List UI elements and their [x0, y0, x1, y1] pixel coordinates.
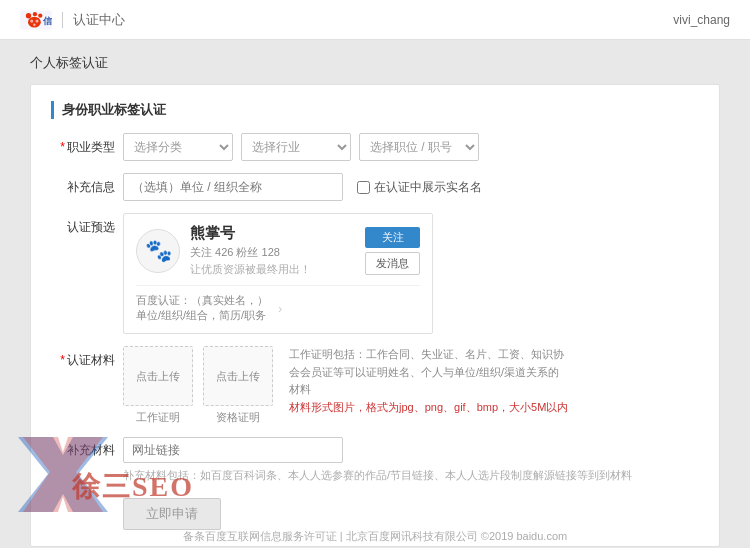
section-title: 身份职业标签认证 [51, 101, 699, 119]
job-type-label: 职业类型 [51, 139, 115, 156]
supp-material-label: 补充材料 [51, 437, 115, 459]
profile-info: 熊掌号 关注 426 粉丝 128 让优质资源被最终用出！ [190, 224, 357, 277]
upload-box-1: 点击上传 工作证明 [123, 346, 193, 425]
supp-content: 补充材料包括：如百度百科词条、本人人选参赛的作品/节目链接、本人人选片段制度解源… [123, 437, 699, 484]
header: 信 认证中心 vivi_chang [0, 0, 750, 40]
supp-tip: 补充材料包括：如百度百科词条、本人人选参赛的作品/节目链接、本人人选片段制度解源… [123, 467, 699, 484]
svg-text:信: 信 [42, 16, 52, 26]
extra-info-row: 补充信息 在认证中展示实名名 [51, 173, 699, 201]
select-category[interactable]: 选择分类 [123, 133, 233, 161]
cert-tip: 工作证明包括：工作合同、失业证、名片、工资、知识协会会员证等可以证明姓名、个人与… [289, 346, 569, 416]
job-type-selects: 选择分类 选择行业 选择职位 / 职号 [123, 133, 699, 161]
select-position[interactable]: 选择职位 / 职号 [359, 133, 479, 161]
profile-buttons: 关注 发消息 [365, 227, 420, 275]
upload-button-1[interactable]: 点击上传 [123, 346, 193, 406]
svg-point-2 [33, 12, 37, 16]
upload-box-2: 点击上传 资格证明 [203, 346, 273, 425]
chevron-right-icon: › [278, 301, 420, 316]
svg-point-3 [38, 13, 42, 17]
baidu-cert-row[interactable]: 百度认证：（真实姓名，）单位/组织/组合，简历/职务 › [136, 285, 420, 323]
follow-button[interactable]: 关注 [365, 227, 420, 248]
svg-point-6 [35, 19, 38, 22]
verify-preview-row: 认证预选 🐾 熊掌号 关注 426 粉丝 128 让优质资源被最终用出！ 关注 … [51, 213, 699, 334]
message-button[interactable]: 发消息 [365, 252, 420, 275]
job-type-row: 职业类型 选择分类 选择行业 选择职位 / 职号 [51, 133, 699, 161]
upload-text-2: 点击上传 [216, 369, 260, 384]
avatar: 🐾 [136, 229, 180, 273]
form-card: 身份职业标签认证 职业类型 选择分类 选择行业 选择职位 / 职号 补充信息 [30, 84, 720, 547]
svg-point-5 [30, 19, 33, 22]
footer: 备条百度互联网信息服务许可证 | 北京百度网讯科技有限公司 ©2019 baid… [0, 521, 750, 548]
profile-stats: 关注 426 粉丝 128 [190, 245, 357, 260]
extra-info-label: 补充信息 [51, 179, 115, 196]
svg-point-7 [33, 23, 36, 26]
footer-text: 备条百度互联网信息服务许可证 | 北京百度网讯科技有限公司 ©2019 baid… [183, 530, 567, 542]
baidu-logo: 信 [20, 9, 52, 31]
show-realname-checkbox[interactable] [357, 181, 370, 194]
profile-name: 熊掌号 [190, 224, 357, 243]
extra-info-input[interactable] [123, 173, 343, 201]
upload-button-2[interactable]: 点击上传 [203, 346, 273, 406]
breadcrumb: 个人标签认证 [30, 54, 720, 72]
upload-caption-2: 资格证明 [216, 410, 260, 425]
header-title: 认证中心 [73, 11, 125, 29]
header-divider [62, 12, 63, 28]
baidu-logo-icon: 信 [20, 9, 52, 31]
verify-preview-label: 认证预选 [51, 213, 115, 236]
profile-top: 🐾 熊掌号 关注 426 粉丝 128 让优质资源被最终用出！ 关注 发消息 [136, 224, 420, 277]
upload-text-1: 点击上传 [136, 369, 180, 384]
main-content: 个人标签认证 身份职业标签认证 职业类型 选择分类 选择行业 选择职位 / 职号… [0, 40, 750, 548]
baidu-cert-text: 百度认证：（真实姓名，）单位/组织/组合，简历/职务 [136, 293, 278, 323]
header-left: 信 认证中心 [20, 9, 125, 31]
svg-point-1 [26, 13, 31, 18]
profile-desc: 让优质资源被最终用出！ [190, 262, 357, 277]
upload-caption-1: 工作证明 [136, 410, 180, 425]
cert-material-row: 认证材料 点击上传 工作证明 点击上传 资格证明 工作证明包括：工作合同、失业证… [51, 346, 699, 425]
cert-tip-format: 材料形式图片，格式为jpg、png、gif、bmp，大小5M以内 [289, 401, 568, 413]
supp-input[interactable] [123, 437, 343, 463]
show-realname-label[interactable]: 在认证中展示实名名 [357, 179, 482, 196]
select-industry[interactable]: 选择行业 [241, 133, 351, 161]
profile-card: 🐾 熊掌号 关注 426 粉丝 128 让优质资源被最终用出！ 关注 发消息 百… [123, 213, 433, 334]
cert-material-label: 认证材料 [51, 346, 115, 369]
cert-uploads: 点击上传 工作证明 点击上传 资格证明 [123, 346, 273, 425]
supp-material-row: 补充材料 补充材料包括：如百度百科词条、本人人选参赛的作品/节目链接、本人人选片… [51, 437, 699, 484]
header-user: vivi_chang [673, 13, 730, 27]
